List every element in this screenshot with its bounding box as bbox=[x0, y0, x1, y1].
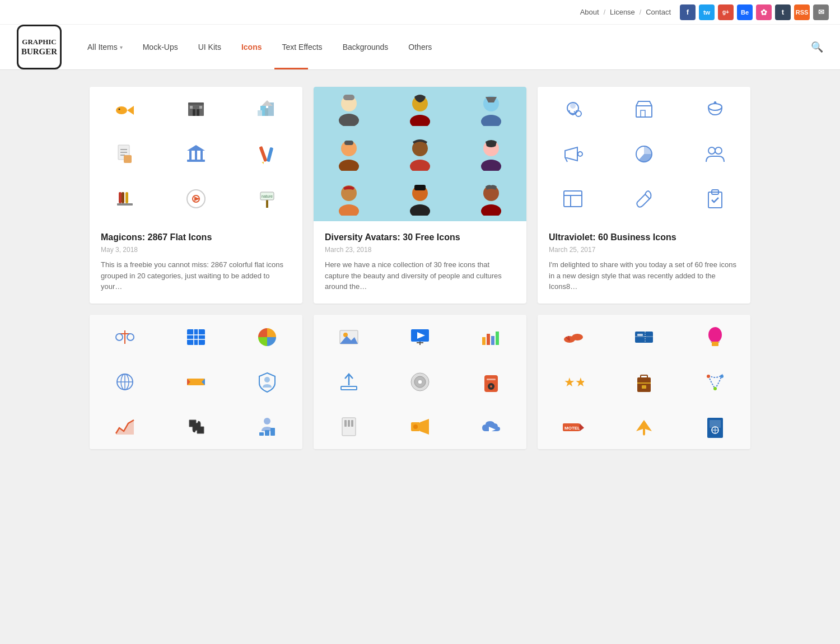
icon-monitor-play bbox=[385, 315, 456, 360]
svg-point-157 bbox=[720, 375, 724, 378]
svg-point-156 bbox=[707, 375, 710, 378]
avatar-7 bbox=[314, 176, 385, 221]
icon-person-chart bbox=[231, 404, 302, 449]
svg-point-78 bbox=[578, 152, 582, 156]
svg-marker-77 bbox=[565, 147, 577, 161]
svg-point-92 bbox=[127, 334, 134, 340]
svg-point-0 bbox=[116, 106, 127, 114]
nav-all-items[interactable]: All Items ▾ bbox=[78, 38, 132, 56]
svg-text:nature: nature bbox=[262, 194, 273, 198]
about-link[interactable]: About bbox=[580, 8, 599, 16]
dribbble-icon[interactable]: ✿ bbox=[756, 4, 772, 20]
card-magicons-title[interactable]: Magicons: 2867 Flat Icons bbox=[101, 232, 291, 242]
card-magicons-body: Magicons: 2867 Flat Icons May 3, 2018 Th… bbox=[90, 221, 302, 304]
icon-play bbox=[161, 176, 232, 221]
card-diversity-body: Diversity Avatars: 30 Free Icons March 2… bbox=[314, 221, 526, 304]
icon-airplane bbox=[609, 404, 680, 449]
svg-rect-25 bbox=[266, 147, 273, 162]
card-ultraviolet-title[interactable]: Ultraviolet: 60 Business Icons bbox=[549, 232, 739, 242]
active-nav-underline bbox=[274, 68, 308, 69]
card-magicons[interactable]: nature Magicons: 2867 Flat Icons May 3, … bbox=[90, 87, 302, 304]
googleplus-icon[interactable]: g+ bbox=[718, 4, 734, 20]
svg-rect-109 bbox=[259, 432, 264, 436]
icon-clipboard bbox=[679, 176, 750, 221]
svg-rect-65 bbox=[414, 185, 426, 190]
svg-rect-6 bbox=[197, 109, 199, 116]
svg-rect-18 bbox=[124, 155, 132, 163]
svg-point-50 bbox=[339, 160, 359, 171]
card-diversity[interactable]: Diversity Avatars: 30 Free Icons March 2… bbox=[314, 87, 526, 304]
icon-pie-colorful bbox=[231, 315, 302, 360]
card-diversity-title[interactable]: Diversity Avatars: 30 Free Icons bbox=[325, 232, 515, 242]
svg-point-108 bbox=[264, 418, 270, 424]
icon-cloud-play bbox=[455, 404, 526, 449]
svg-point-82 bbox=[715, 147, 722, 154]
svg-line-150 bbox=[718, 342, 720, 343]
contact-link[interactable]: Contact bbox=[646, 8, 671, 16]
svg-point-54 bbox=[410, 160, 430, 171]
tumblr-icon[interactable]: t bbox=[775, 4, 791, 20]
rss-icon[interactable]: RSS bbox=[794, 4, 810, 20]
svg-point-76 bbox=[714, 101, 716, 104]
card-infographic[interactable] bbox=[90, 315, 302, 449]
svg-marker-26 bbox=[262, 161, 264, 164]
icon-music-player bbox=[455, 360, 526, 404]
search-icon[interactable]: 🔍 bbox=[811, 41, 823, 53]
svg-point-158 bbox=[713, 387, 717, 390]
avatar-3 bbox=[455, 87, 526, 132]
svg-line-86 bbox=[645, 194, 650, 199]
icon-comparison bbox=[161, 360, 232, 404]
card-magicons-desc: This is a freebie you cannot miss: 2867 … bbox=[101, 259, 291, 292]
svg-rect-148 bbox=[712, 342, 718, 346]
icon-document bbox=[90, 132, 161, 176]
icon-cupcake bbox=[679, 87, 750, 132]
nav-text-effects[interactable]: Text Effects bbox=[273, 38, 332, 56]
card-ultraviolet-date: March 25, 2017 bbox=[549, 246, 739, 254]
nav-ui-kits[interactable]: UI Kits bbox=[189, 38, 230, 56]
svg-rect-93 bbox=[187, 329, 205, 345]
svg-rect-20 bbox=[189, 151, 192, 160]
svg-rect-11 bbox=[265, 108, 268, 116]
svg-point-75 bbox=[708, 104, 722, 110]
icon-megaphone bbox=[538, 132, 609, 176]
logo[interactable]: GRAPHIC BURGER bbox=[17, 25, 62, 69]
card-diversity-desc: Here we have a nice collection of 30 fre… bbox=[325, 259, 515, 292]
svg-rect-133 bbox=[348, 420, 350, 427]
card-ultraviolet-body: Ultraviolet: 60 Business Icons March 25,… bbox=[538, 221, 750, 304]
svg-rect-121 bbox=[491, 336, 494, 345]
svg-rect-29 bbox=[119, 192, 122, 203]
icon-speaker bbox=[385, 404, 456, 449]
svg-rect-122 bbox=[496, 332, 499, 345]
bottom-cards-grid: ★★★ MOTEL 66 bbox=[90, 315, 750, 449]
nav-mock-ups[interactable]: Mock-Ups bbox=[134, 38, 187, 56]
icon-layout bbox=[538, 176, 609, 221]
nav-icons[interactable]: Icons bbox=[232, 38, 271, 56]
card-diversity-date: March 23, 2018 bbox=[325, 246, 515, 254]
svg-point-57 bbox=[481, 160, 501, 171]
avatar-1 bbox=[314, 87, 385, 132]
svg-rect-52 bbox=[344, 141, 353, 145]
behance-icon[interactable]: Be bbox=[737, 4, 753, 20]
icon-fish bbox=[90, 87, 161, 132]
svg-rect-22 bbox=[200, 151, 203, 160]
card-travel[interactable]: ★★★ MOTEL 66 bbox=[538, 315, 750, 449]
card-media[interactable] bbox=[314, 315, 526, 449]
svg-rect-155 bbox=[642, 385, 646, 389]
avatar-8 bbox=[385, 176, 456, 221]
icon-wrench bbox=[609, 176, 680, 221]
license-link[interactable]: License bbox=[610, 8, 635, 16]
icon-city bbox=[231, 87, 302, 132]
card-ultraviolet[interactable]: Ultraviolet: 60 Business Icons March 25,… bbox=[538, 87, 750, 304]
svg-marker-107 bbox=[116, 420, 134, 435]
email-icon[interactable]: ✉ bbox=[813, 4, 829, 20]
svg-rect-152 bbox=[637, 377, 651, 392]
twitter-icon[interactable]: tw bbox=[699, 4, 715, 20]
svg-rect-30 bbox=[117, 203, 133, 206]
nav-backgrounds[interactable]: Backgrounds bbox=[334, 38, 398, 56]
facebook-icon[interactable]: f bbox=[680, 4, 696, 20]
svg-point-38 bbox=[339, 114, 359, 126]
svg-rect-8 bbox=[199, 106, 202, 109]
icon-building bbox=[161, 87, 232, 132]
icon-scales bbox=[90, 315, 161, 360]
nav-others[interactable]: Others bbox=[399, 38, 441, 56]
